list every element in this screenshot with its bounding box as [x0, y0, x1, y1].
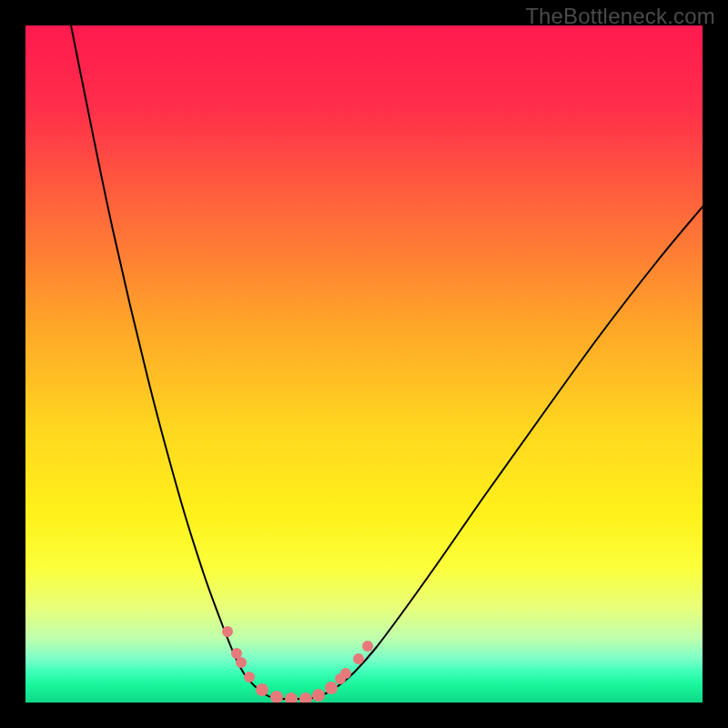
- watermark-text: TheBottleneck.com: [525, 4, 715, 29]
- data-marker: [340, 668, 351, 679]
- data-marker: [325, 682, 338, 694]
- data-marker: [244, 672, 255, 682]
- data-marker: [256, 683, 268, 696]
- data-marker: [362, 641, 373, 652]
- curve-left-curve: [69, 25, 280, 699]
- data-marker: [236, 657, 247, 668]
- chart-curves: [25, 25, 703, 703]
- chart-frame: [25, 25, 703, 703]
- data-marker: [353, 653, 364, 664]
- data-marker: [270, 691, 283, 703]
- data-marker: [299, 693, 312, 703]
- data-marker: [285, 693, 298, 703]
- data-marker: [222, 626, 233, 637]
- curve-right-curve: [308, 206, 703, 699]
- data-marker: [312, 689, 325, 702]
